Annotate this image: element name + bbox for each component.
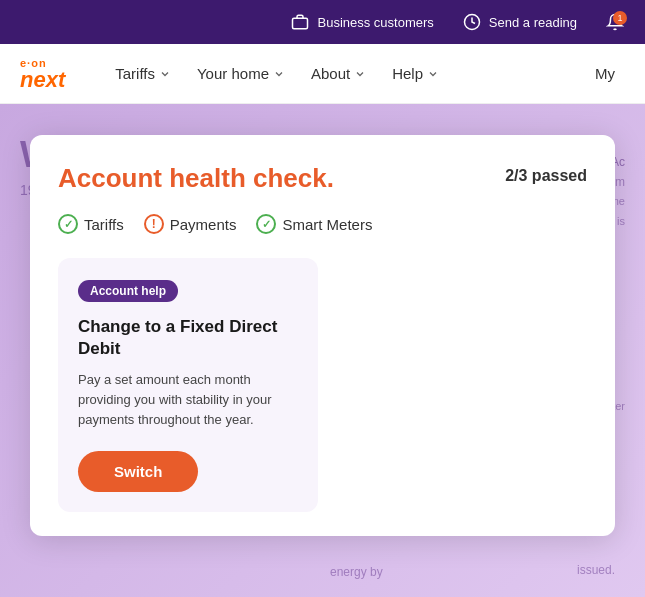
notification-bell[interactable]: 1 <box>605 12 625 32</box>
logo[interactable]: e·on next <box>20 57 65 91</box>
business-customers-link[interactable]: Business customers <box>290 12 433 32</box>
check-label-smart-meters: Smart Meters <box>282 216 372 233</box>
nav-item-about[interactable]: About <box>301 59 376 88</box>
send-reading-link[interactable]: Send a reading <box>462 12 577 32</box>
svg-rect-0 <box>293 18 308 29</box>
account-health-modal: Account health check. 2/3 passed ✓ Tarif… <box>30 135 615 536</box>
check-warn-icon-payments: ! <box>144 214 164 234</box>
check-items: ✓ Tariffs ! Payments ✓ Smart Meters <box>58 214 587 234</box>
meter-icon <box>462 12 482 32</box>
nav-items: Tariffs Your home About Help My <box>105 59 625 88</box>
bell-icon: 1 <box>605 12 625 32</box>
modal-header: Account health check. 2/3 passed <box>58 163 587 194</box>
check-ok-icon-tariffs: ✓ <box>58 214 78 234</box>
check-item-payments: ! Payments <box>144 214 237 234</box>
check-item-smart-meters: ✓ Smart Meters <box>256 214 372 234</box>
passed-badge: 2/3 passed <box>505 163 587 185</box>
bg-energy: energy by <box>330 565 383 579</box>
top-bar: Business customers Send a reading 1 <box>0 0 645 44</box>
nav-item-tariffs[interactable]: Tariffs <box>105 59 181 88</box>
check-ok-icon-smart-meters: ✓ <box>256 214 276 234</box>
card-title: Change to a Fixed Direct Debit <box>78 316 298 360</box>
briefcase-icon <box>290 12 310 32</box>
switch-button[interactable]: Switch <box>78 451 198 492</box>
card-description: Pay a set amount each month providing yo… <box>78 370 298 430</box>
notification-badge: 1 <box>613 11 627 25</box>
check-item-tariffs: ✓ Tariffs <box>58 214 124 234</box>
check-label-tariffs: Tariffs <box>84 216 124 233</box>
check-label-payments: Payments <box>170 216 237 233</box>
modal-title: Account health check. <box>58 163 334 194</box>
nav-item-your-home[interactable]: Your home <box>187 59 295 88</box>
suggestion-card: Account help Change to a Fixed Direct De… <box>58 258 318 512</box>
nav-item-my[interactable]: My <box>585 59 625 88</box>
business-customers-label: Business customers <box>317 15 433 30</box>
logo-next: next <box>20 69 65 91</box>
bg-issued: issued. <box>577 563 615 577</box>
card-tag: Account help <box>78 280 178 302</box>
bg-bottom-text: issued. <box>577 563 615 577</box>
nav-bar: e·on next Tariffs Your home About Help M… <box>0 44 645 104</box>
nav-item-help[interactable]: Help <box>382 59 449 88</box>
send-reading-label: Send a reading <box>489 15 577 30</box>
